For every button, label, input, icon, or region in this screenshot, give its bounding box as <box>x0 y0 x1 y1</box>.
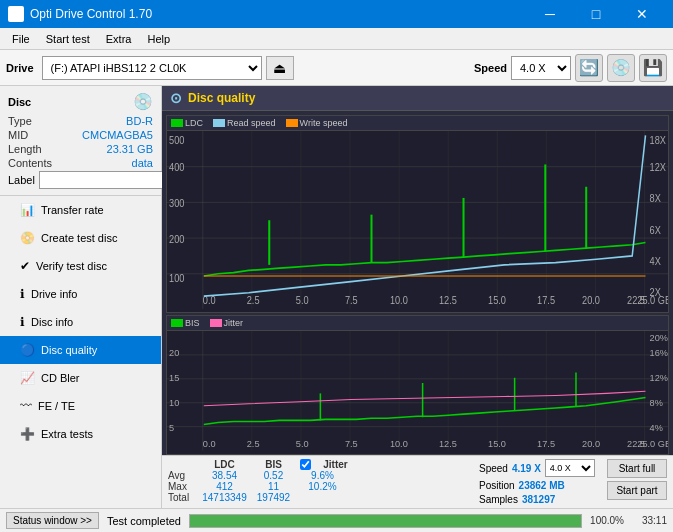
main-content: Disc 💿 Type BD-R MID CMCMAGBA5 Length 23… <box>0 86 673 508</box>
max-label: Max <box>168 481 198 492</box>
sidebar-item-verify-test-disc[interactable]: ✔ Verify test disc <box>0 252 161 280</box>
position-row: Position 23862 MB <box>479 480 599 491</box>
drive-label: Drive <box>6 62 34 74</box>
max-jitter: 10.2% <box>300 481 345 492</box>
svg-text:8X: 8X <box>650 193 662 204</box>
menu-start-test[interactable]: Start test <box>38 28 98 50</box>
speed-select[interactable]: 4.0 X 2.0 X 1.0 X <box>511 56 571 80</box>
sidebar: Disc 💿 Type BD-R MID CMCMAGBA5 Length 23… <box>0 86 162 508</box>
sidebar-item-transfer-rate[interactable]: 📊 Transfer rate <box>0 196 161 224</box>
verify-test-disc-icon: ✔ <box>20 259 30 273</box>
status-window-button[interactable]: Status window >> <box>6 512 99 529</box>
jitter-checkbox[interactable] <box>300 459 311 470</box>
drive-info-label: Drive info <box>31 288 77 300</box>
menu-extra[interactable]: Extra <box>98 28 140 50</box>
svg-text:200: 200 <box>169 233 184 244</box>
disc-quality-title: Disc quality <box>188 91 255 105</box>
svg-text:8%: 8% <box>650 398 663 408</box>
speed-label: Speed <box>474 62 507 74</box>
total-bis: 197492 <box>251 492 296 503</box>
samples-value: 381297 <box>522 494 555 505</box>
svg-text:12.5: 12.5 <box>439 295 457 306</box>
jitter-color <box>210 319 222 327</box>
max-bis: 11 <box>251 481 296 492</box>
speed-stat-label: Speed <box>479 463 508 474</box>
speed-mini-select[interactable]: 4.0 X <box>545 459 595 477</box>
svg-text:4%: 4% <box>650 423 663 433</box>
type-value: BD-R <box>126 115 153 127</box>
read-speed-color <box>213 119 225 127</box>
svg-text:10.0: 10.0 <box>390 440 408 450</box>
svg-text:17.5: 17.5 <box>537 440 555 450</box>
legend-jitter: Jitter <box>210 318 244 328</box>
contents-value: data <box>132 157 153 169</box>
disc-info-panel: Disc 💿 Type BD-R MID CMCMAGBA5 Length 23… <box>0 86 161 196</box>
svg-text:25.0 GB: 25.0 GB <box>637 295 668 306</box>
sidebar-nav: 📊 Transfer rate 📀 Create test disc ✔ Ver… <box>0 196 161 508</box>
disc-info-icon: ℹ <box>20 315 25 329</box>
sidebar-item-fe-te[interactable]: 〰 FE / TE <box>0 392 161 420</box>
maximize-button[interactable]: □ <box>573 0 619 28</box>
app-icon <box>8 6 24 22</box>
close-button[interactable]: ✕ <box>619 0 665 28</box>
toolbar-icon-1[interactable]: 🔄 <box>575 54 603 82</box>
menu-file[interactable]: File <box>4 28 38 50</box>
svg-text:10: 10 <box>169 398 179 408</box>
sidebar-item-disc-quality[interactable]: 🔵 Disc quality <box>0 336 161 364</box>
ldc-label: LDC <box>185 118 203 128</box>
start-full-button[interactable]: Start full <box>607 459 667 478</box>
svg-text:2.5: 2.5 <box>247 440 260 450</box>
legend-bis: BIS <box>171 318 200 328</box>
bis-color <box>171 319 183 327</box>
fe-te-icon: 〰 <box>20 399 32 413</box>
read-speed-label: Read speed <box>227 118 276 128</box>
svg-text:4X: 4X <box>650 255 662 266</box>
stats-table: LDC BIS Jitter Avg 38.54 0.52 9.6% Max 4… <box>168 459 471 503</box>
label-label: Label <box>8 174 35 186</box>
svg-text:15.0: 15.0 <box>488 295 506 306</box>
stats-area: LDC BIS Jitter Avg 38.54 0.52 9.6% Max 4… <box>162 455 673 508</box>
svg-text:400: 400 <box>169 162 184 173</box>
col-bis: BIS <box>251 459 296 470</box>
toolbar-icon-2[interactable]: 💿 <box>607 54 635 82</box>
mid-label: MID <box>8 129 28 141</box>
extra-tests-label: Extra tests <box>41 428 93 440</box>
svg-text:300: 300 <box>169 197 184 208</box>
cd-bler-icon: 📈 <box>20 371 35 385</box>
title-bar: Opti Drive Control 1.70 ─ □ ✕ <box>0 0 673 28</box>
cd-bler-label: CD Bler <box>41 372 80 384</box>
svg-text:5: 5 <box>169 423 174 433</box>
position-label: Position <box>479 480 515 491</box>
svg-text:100: 100 <box>169 272 184 283</box>
svg-text:2.5: 2.5 <box>247 295 260 306</box>
eject-button[interactable]: ⏏ <box>266 56 294 80</box>
disc-info-label: Disc info <box>31 316 73 328</box>
ldc-chart: 100 200 300 400 500 2X 4X 6X 8X 12X 18X … <box>167 131 668 309</box>
menu-bar: File Start test Extra Help <box>0 28 673 50</box>
svg-text:20.0: 20.0 <box>582 295 600 306</box>
create-test-disc-icon: 📀 <box>20 231 35 245</box>
svg-text:10.0: 10.0 <box>390 295 408 306</box>
sidebar-item-disc-info[interactable]: ℹ Disc info <box>0 308 161 336</box>
sidebar-item-extra-tests[interactable]: ➕ Extra tests <box>0 420 161 448</box>
svg-text:500: 500 <box>169 135 184 146</box>
avg-jitter: 9.6% <box>300 470 345 481</box>
mid-value: CMCMAGBA5 <box>82 129 153 141</box>
length-value: 23.31 GB <box>107 143 153 155</box>
minimize-button[interactable]: ─ <box>527 0 573 28</box>
sidebar-item-cd-bler[interactable]: 📈 CD Bler <box>0 364 161 392</box>
start-part-button[interactable]: Start part <box>607 481 667 500</box>
toolbar-icon-3[interactable]: 💾 <box>639 54 667 82</box>
sidebar-item-drive-info[interactable]: ℹ Drive info <box>0 280 161 308</box>
sidebar-item-create-test-disc[interactable]: 📀 Create test disc <box>0 224 161 252</box>
drive-select[interactable]: (F:) ATAPI iHBS112 2 CL0K <box>42 56 262 80</box>
verify-test-disc-label: Verify test disc <box>36 260 107 272</box>
transfer-rate-icon: 📊 <box>20 203 35 217</box>
svg-text:20%: 20% <box>650 334 668 344</box>
total-jitter <box>300 492 345 503</box>
ldc-color <box>171 119 183 127</box>
svg-text:12.5: 12.5 <box>439 440 457 450</box>
menu-help[interactable]: Help <box>139 28 178 50</box>
avg-ldc: 38.54 <box>202 470 247 481</box>
label-input[interactable] <box>39 171 172 189</box>
